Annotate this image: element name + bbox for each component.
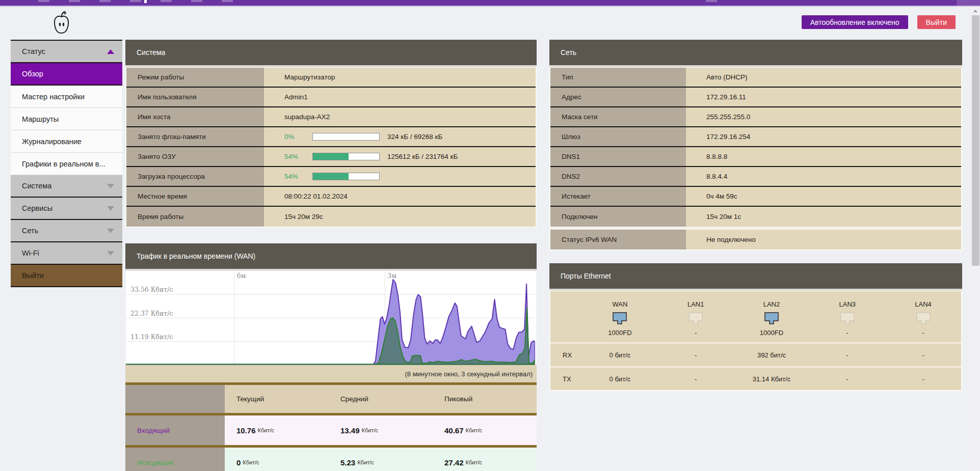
- ethernet-port-icon: [840, 312, 855, 325]
- table-row: Подключен 15ч 20м 1с: [550, 207, 961, 227]
- sidebar-item-label: Журналирование: [22, 137, 82, 146]
- sidebar-item-realtime-graphs[interactable]: Графики в реальном в...: [11, 153, 122, 175]
- autoupdate-toggle-button[interactable]: Автообновление включено: [802, 15, 908, 29]
- sidebar-item-logout[interactable]: Выйти: [11, 265, 122, 287]
- top-bar: [0, 0, 980, 7]
- cutoff-menu-ghost: [957, 0, 980, 6]
- port-speeds-row: 1000FD - 1000FD - -: [550, 326, 961, 342]
- cutoff-tab-ghost: [706, 0, 717, 2]
- traffic-panel-title: Трафик в реальном времени (WAN): [125, 243, 537, 269]
- cutoff-tab-ghost: [222, 0, 233, 2]
- port-name: LAN4: [885, 297, 961, 311]
- row-label: Режим работы: [126, 68, 264, 87]
- top-actions: Автообновление включено Выйти: [802, 15, 956, 29]
- cell: 40.67Кбит/с: [433, 415, 537, 445]
- flash-usage-detail: 324 кБ / 69268 кБ: [387, 133, 442, 141]
- main-column-right: Сеть Тип Авто (DHCP) Адрес 172.29.16.11 …: [549, 40, 962, 391]
- row-value: 8.8.8.8: [686, 147, 961, 166]
- row-label: Время работы: [126, 207, 264, 227]
- rx-value: -: [658, 344, 734, 366]
- system-panel: Система Режим работы Маршрутизатор Имя п…: [125, 40, 537, 228]
- row-value: 255.255.255.0: [686, 107, 961, 126]
- row-value: 08:00:22 01.02.2024: [264, 187, 536, 206]
- traffic-table-header: Текущий Средний Пиковый: [125, 385, 537, 413]
- chevron-down-icon: [107, 184, 114, 188]
- tx-value: -: [885, 368, 961, 390]
- table-row: Маска сети 255.255.255.0: [550, 107, 961, 127]
- apple-logo-icon[interactable]: [49, 10, 73, 37]
- port-name: LAN2: [734, 297, 810, 311]
- row-label: Занято флэш-памяти: [126, 127, 264, 146]
- table-row: DNS2 8.8.4.4: [550, 167, 961, 187]
- chevron-down-icon: [107, 206, 114, 211]
- sidebar-item-label: Мастер настройки: [22, 93, 85, 101]
- ram-usage-detail: 125612 кБ / 231764 кБ: [387, 153, 458, 160]
- scrollbar-thumb[interactable]: [972, 15, 979, 266]
- row-label: Исходящий: [125, 448, 225, 471]
- row-label: DNS1: [550, 147, 686, 166]
- tx-label: TX: [550, 368, 582, 390]
- cell: 13.49Кбит/с: [329, 415, 433, 445]
- row-label: Имя хоста: [126, 107, 264, 126]
- sidebar-item-status[interactable]: Статус: [11, 41, 122, 63]
- row-value: 0ч 4м 59с: [686, 187, 961, 206]
- corner-cell: [550, 311, 582, 326]
- traffic-table-row-incoming: Входящий 10.76Кбит/с 13.49Кбит/с 40.67Кб…: [125, 415, 537, 445]
- progress-fill: [313, 173, 349, 180]
- rx-label: RX: [550, 344, 582, 366]
- top-bar-edge: [0, 6, 980, 7]
- scrollbar-up-arrow-icon[interactable]: [973, 10, 977, 12]
- tx-value: 31.14 Кбит/с: [734, 368, 810, 390]
- network-panel: Сеть Тип Авто (DHCP) Адрес 172.29.16.11 …: [549, 40, 962, 251]
- sidebar-item-setup-wizard[interactable]: Мастер настройки: [11, 86, 122, 108]
- sidebar-item-system[interactable]: Система: [11, 175, 122, 198]
- row-label: Загрузка процессора: [126, 167, 264, 186]
- port-name: LAN1: [658, 297, 734, 311]
- row-value: Admin1: [264, 88, 536, 106]
- row-value: supadupa-AX2: [264, 107, 536, 126]
- ethernet-ports-title: Порты Ethernet: [549, 263, 962, 289]
- table-row: Загрузка процессора 54%: [126, 167, 536, 187]
- chevron-down-icon: [107, 251, 114, 256]
- sidebar-item-label: Сеть: [22, 227, 38, 235]
- cutoff-favicon: [144, 0, 147, 3]
- row-value: 8.8.4.4: [686, 167, 961, 186]
- sidebar-item-overview[interactable]: Обзор: [11, 63, 122, 86]
- row-value: 0% 324 кБ / 69268 кБ: [264, 127, 536, 146]
- cutoff-tab-ghost: [99, 0, 111, 2]
- sidebar-item-routes[interactable]: Маршруты: [11, 108, 122, 130]
- row-label: Адрес: [550, 88, 686, 106]
- row-label: Тип: [550, 68, 686, 87]
- tx-value: -: [658, 368, 734, 390]
- ethernet-port-icon: [688, 312, 703, 325]
- svg-text:11.19 Кбит/с: 11.19 Кбит/с: [130, 333, 173, 341]
- row-value: 54% 125612 кБ / 231764 кБ: [264, 147, 536, 166]
- traffic-chart: 11.19 Кбит/с22.37 Кбит/с33.56 Кбит/с6м3м: [125, 271, 537, 365]
- cutoff-tab-ghost: [130, 0, 141, 2]
- sidebar-item-logging[interactable]: Журналирование: [11, 130, 122, 153]
- table-row: Занято ОЗУ 54% 125612 кБ / 231764 кБ: [126, 147, 536, 167]
- port-speed: -: [885, 326, 961, 342]
- traffic-panel: Трафик в реальном времени (WAN) 11.19 Кб…: [125, 243, 537, 471]
- sidebar: Статус Обзор Мастер настройки Маршруты Ж…: [11, 40, 122, 287]
- sidebar-item-services[interactable]: Сервисы: [11, 198, 122, 220]
- table-row: Имя хоста supadupa-AX2: [126, 107, 536, 127]
- table-row: Тип Авто (DHCP): [550, 68, 961, 88]
- ram-usage-progress-bar: [312, 153, 380, 160]
- network-panel-title: Сеть: [549, 40, 962, 65]
- row-label: Входящий: [125, 415, 225, 445]
- cpu-load-percent: 54%: [284, 173, 312, 180]
- scrollbar[interactable]: [971, 7, 980, 471]
- sidebar-item-network[interactable]: Сеть: [11, 220, 122, 242]
- port-rx-row: RX 0 бит/с - 392 бит/с - -: [550, 344, 961, 366]
- table-row: Местное время 08:00:22 01.02.2024: [126, 187, 536, 207]
- logout-button[interactable]: Выйти: [917, 15, 956, 29]
- ethernet-port-icon: [612, 312, 627, 325]
- cutoff-tab-ghost: [191, 0, 202, 2]
- row-label: Статус IPv6 WAN: [550, 230, 686, 250]
- cell: 0Кбит/с: [225, 448, 329, 471]
- table-row: Занято флэш-памяти 0% 324 кБ / 69268 кБ: [126, 127, 536, 147]
- table-row: Время работы 15ч 20м 29с: [126, 207, 536, 227]
- tx-value: -: [809, 368, 885, 390]
- sidebar-item-wifi[interactable]: Wi-Fi: [11, 242, 122, 265]
